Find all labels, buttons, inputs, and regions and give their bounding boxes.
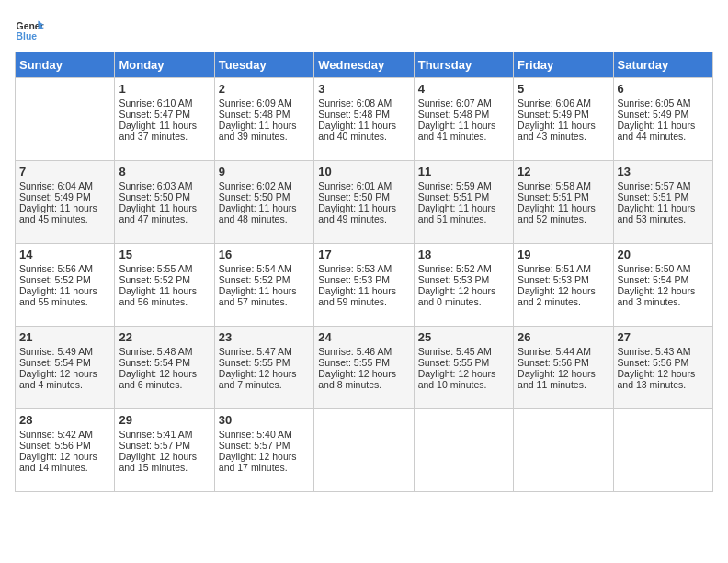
day-info: and 53 minutes.: [618, 213, 709, 224]
day-info: Daylight: 11 hours: [518, 202, 609, 213]
day-info: Daylight: 11 hours: [318, 120, 409, 131]
day-info: Daylight: 11 hours: [219, 202, 310, 213]
day-info: and 13 minutes.: [618, 379, 709, 390]
day-info: Sunrise: 5:57 AM: [618, 180, 709, 191]
day-info: Sunrise: 6:01 AM: [318, 180, 409, 191]
day-info: and 6 minutes.: [119, 379, 210, 390]
day-info: Daylight: 12 hours: [418, 368, 509, 379]
day-number: 9: [219, 165, 310, 178]
day-number: 2: [219, 82, 310, 96]
day-info: Sunset: 5:52 PM: [19, 274, 110, 285]
day-info: Daylight: 11 hours: [219, 120, 310, 131]
calendar-cell: 3Sunrise: 6:08 AMSunset: 5:48 PMDaylight…: [314, 78, 414, 161]
day-info: Sunrise: 5:48 AM: [119, 346, 210, 357]
day-info: Sunset: 5:49 PM: [618, 109, 709, 120]
calendar-cell: [16, 78, 115, 161]
day-number: 13: [618, 165, 709, 178]
day-info: Daylight: 11 hours: [418, 202, 509, 213]
day-number: 10: [318, 165, 409, 178]
day-info: Sunrise: 6:06 AM: [518, 98, 609, 109]
day-info: Daylight: 11 hours: [318, 285, 409, 296]
calendar-cell: 5Sunrise: 6:06 AMSunset: 5:49 PMDaylight…: [514, 78, 613, 161]
day-info: and 51 minutes.: [418, 213, 509, 224]
day-info: Daylight: 11 hours: [19, 202, 110, 213]
calendar-cell: 26Sunrise: 5:44 AMSunset: 5:56 PMDayligh…: [514, 327, 613, 409]
calendar-table: SundayMondayTuesdayWednesdayThursdayFrid…: [15, 52, 713, 492]
day-info: Sunrise: 6:10 AM: [119, 98, 210, 109]
day-info: Sunrise: 6:05 AM: [618, 98, 709, 109]
day-number: 30: [219, 413, 310, 427]
calendar-cell: 9Sunrise: 6:02 AMSunset: 5:50 PMDaylight…: [214, 161, 313, 244]
day-number: 8: [119, 165, 210, 178]
day-info: and 40 minutes.: [318, 131, 409, 142]
calendar-cell: [613, 409, 712, 492]
day-number: 28: [19, 413, 110, 427]
day-info: and 41 minutes.: [418, 131, 509, 142]
day-info: Sunrise: 5:53 AM: [318, 263, 409, 274]
day-number: 24: [318, 330, 409, 344]
day-info: Daylight: 12 hours: [219, 368, 310, 379]
day-info: Sunset: 5:49 PM: [19, 191, 110, 202]
day-info: Daylight: 12 hours: [219, 451, 310, 462]
day-info: Sunrise: 5:59 AM: [418, 180, 509, 191]
day-info: Daylight: 11 hours: [19, 285, 110, 296]
day-info: Daylight: 11 hours: [219, 285, 310, 296]
day-info: and 4 minutes.: [19, 379, 110, 390]
day-info: Sunset: 5:54 PM: [618, 274, 709, 285]
day-number: 29: [119, 413, 210, 427]
day-info: and 39 minutes.: [219, 131, 310, 142]
calendar-cell: 2Sunrise: 6:09 AMSunset: 5:48 PMDaylight…: [214, 78, 313, 161]
header-saturday: Saturday: [613, 52, 712, 78]
day-info: and 45 minutes.: [19, 213, 110, 224]
day-info: and 43 minutes.: [518, 131, 609, 142]
day-info: Sunset: 5:51 PM: [618, 191, 709, 202]
day-info: Daylight: 11 hours: [119, 202, 210, 213]
day-number: 23: [219, 330, 310, 344]
header-monday: Monday: [115, 52, 214, 78]
day-info: Sunrise: 5:46 AM: [318, 346, 409, 357]
day-info: Sunset: 5:48 PM: [318, 109, 409, 120]
day-info: and 2 minutes.: [518, 296, 609, 307]
calendar-body: 1Sunrise: 6:10 AMSunset: 5:47 PMDaylight…: [16, 78, 713, 492]
day-info: Sunrise: 5:41 AM: [119, 429, 210, 440]
day-info: Sunrise: 5:43 AM: [618, 346, 709, 357]
day-info: Sunset: 5:47 PM: [119, 109, 210, 120]
day-info: Daylight: 12 hours: [19, 451, 110, 462]
calendar-cell: 17Sunrise: 5:53 AMSunset: 5:53 PMDayligh…: [314, 244, 414, 327]
day-info: Sunset: 5:48 PM: [219, 109, 310, 120]
day-info: Sunset: 5:49 PM: [518, 109, 609, 120]
day-number: 16: [219, 247, 310, 261]
day-info: and 48 minutes.: [219, 213, 310, 224]
day-info: Daylight: 11 hours: [618, 120, 709, 131]
calendar-cell: 22Sunrise: 5:48 AMSunset: 5:54 PMDayligh…: [115, 327, 214, 409]
calendar-cell: 25Sunrise: 5:45 AMSunset: 5:55 PMDayligh…: [414, 327, 513, 409]
calendar-cell: 10Sunrise: 6:01 AMSunset: 5:50 PMDayligh…: [314, 161, 414, 244]
day-info: Sunset: 5:51 PM: [518, 191, 609, 202]
day-number: 20: [618, 247, 709, 261]
calendar-cell: 19Sunrise: 5:51 AMSunset: 5:53 PMDayligh…: [514, 244, 613, 327]
day-info: Sunset: 5:50 PM: [219, 191, 310, 202]
day-info: Sunrise: 5:49 AM: [19, 346, 110, 357]
day-info: Daylight: 12 hours: [318, 368, 409, 379]
day-info: Sunrise: 6:04 AM: [19, 180, 110, 191]
calendar-cell: 4Sunrise: 6:07 AMSunset: 5:48 PMDaylight…: [414, 78, 513, 161]
day-info: Sunrise: 5:42 AM: [19, 429, 110, 440]
calendar-cell: 14Sunrise: 5:56 AMSunset: 5:52 PMDayligh…: [16, 244, 115, 327]
day-info: Sunrise: 5:45 AM: [418, 346, 509, 357]
day-info: Sunset: 5:52 PM: [119, 274, 210, 285]
day-info: Sunrise: 5:55 AM: [119, 263, 210, 274]
day-info: Sunset: 5:57 PM: [219, 440, 310, 451]
day-info: Sunset: 5:56 PM: [518, 357, 609, 368]
day-number: 18: [418, 247, 509, 261]
day-info: Sunset: 5:51 PM: [418, 191, 509, 202]
day-number: 17: [318, 247, 409, 261]
day-info: Sunrise: 5:52 AM: [418, 263, 509, 274]
day-number: 1: [119, 82, 210, 96]
page-header: General Blue: [15, 15, 713, 44]
day-info: Sunrise: 5:56 AM: [19, 263, 110, 274]
calendar-cell: 8Sunrise: 6:03 AMSunset: 5:50 PMDaylight…: [115, 161, 214, 244]
day-info: Sunset: 5:57 PM: [119, 440, 210, 451]
day-number: 19: [518, 247, 609, 261]
day-number: 25: [418, 330, 509, 344]
calendar-cell: 16Sunrise: 5:54 AMSunset: 5:52 PMDayligh…: [214, 244, 313, 327]
